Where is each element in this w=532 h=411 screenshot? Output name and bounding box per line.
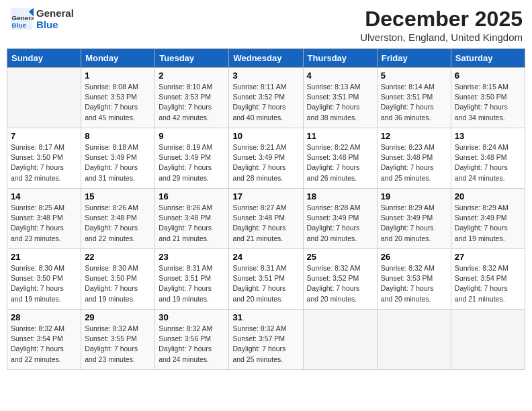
day-header-sunday: Sunday — [7, 49, 81, 68]
calendar-week-1: 7Sunrise: 8:17 AMSunset: 3:50 PMDaylight… — [7, 128, 525, 189]
calendar-cell: 14Sunrise: 8:25 AMSunset: 3:48 PMDayligh… — [7, 189, 81, 249]
svg-text:General: General — [12, 14, 34, 21]
day-info: Sunrise: 8:15 AMSunset: 3:50 PMDaylight:… — [455, 82, 521, 123]
calendar-cell: 20Sunrise: 8:29 AMSunset: 3:49 PMDayligh… — [451, 189, 525, 249]
day-info: Sunrise: 8:32 AMSunset: 3:54 PMDaylight:… — [11, 324, 77, 365]
location: Ulverston, England, United Kingdom — [360, 32, 523, 43]
calendar-cell: 18Sunrise: 8:28 AMSunset: 3:49 PMDayligh… — [303, 189, 377, 249]
day-number: 23 — [159, 252, 225, 262]
day-info: Sunrise: 8:10 AMSunset: 3:53 PMDaylight:… — [159, 82, 225, 123]
day-info: Sunrise: 8:32 AMSunset: 3:55 PMDaylight:… — [85, 324, 151, 365]
calendar-cell — [451, 310, 525, 370]
day-info: Sunrise: 8:17 AMSunset: 3:50 PMDaylight:… — [11, 142, 77, 183]
day-number: 28 — [11, 312, 77, 322]
calendar-week-4: 28Sunrise: 8:32 AMSunset: 3:54 PMDayligh… — [7, 310, 525, 370]
day-info: Sunrise: 8:26 AMSunset: 3:48 PMDaylight:… — [159, 203, 225, 244]
day-info: Sunrise: 8:08 AMSunset: 3:53 PMDaylight:… — [85, 82, 151, 123]
calendar-cell: 31Sunrise: 8:32 AMSunset: 3:57 PMDayligh… — [229, 310, 303, 370]
calendar-cell: 28Sunrise: 8:32 AMSunset: 3:54 PMDayligh… — [7, 310, 81, 370]
day-info: Sunrise: 8:25 AMSunset: 3:48 PMDaylight:… — [11, 203, 77, 244]
day-header-friday: Friday — [377, 49, 451, 68]
day-number: 4 — [307, 71, 373, 81]
day-number: 26 — [381, 252, 447, 262]
day-number: 7 — [11, 131, 77, 141]
logo-general-text: General — [36, 7, 74, 19]
day-number: 17 — [232, 191, 299, 201]
page-header: General Blue General Blue December 2025 … — [7, 7, 525, 43]
calendar-cell: 9Sunrise: 8:19 AMSunset: 3:49 PMDaylight… — [155, 128, 229, 189]
day-number: 3 — [232, 71, 299, 81]
calendar-cell: 21Sunrise: 8:30 AMSunset: 3:50 PMDayligh… — [7, 249, 81, 310]
day-number: 19 — [381, 191, 447, 201]
day-info: Sunrise: 8:30 AMSunset: 3:50 PMDaylight:… — [11, 263, 77, 304]
day-info: Sunrise: 8:32 AMSunset: 3:56 PMDaylight:… — [159, 324, 225, 365]
day-info: Sunrise: 8:32 AMSunset: 3:57 PMDaylight:… — [232, 324, 299, 365]
day-number: 21 — [11, 252, 77, 262]
calendar-cell: 15Sunrise: 8:26 AMSunset: 3:48 PMDayligh… — [81, 189, 155, 249]
calendar-cell: 7Sunrise: 8:17 AMSunset: 3:50 PMDaylight… — [7, 128, 81, 189]
calendar-week-0: 1Sunrise: 8:08 AMSunset: 3:53 PMDaylight… — [7, 68, 525, 128]
day-number: 24 — [232, 252, 299, 262]
calendar-cell — [7, 68, 81, 128]
day-number: 12 — [381, 131, 447, 141]
calendar-cell: 5Sunrise: 8:14 AMSunset: 3:51 PMDaylight… — [377, 68, 451, 128]
day-info: Sunrise: 8:14 AMSunset: 3:51 PMDaylight:… — [381, 82, 447, 123]
calendar-cell: 10Sunrise: 8:21 AMSunset: 3:49 PMDayligh… — [229, 128, 303, 189]
day-header-thursday: Thursday — [303, 49, 377, 68]
calendar-cell: 2Sunrise: 8:10 AMSunset: 3:53 PMDaylight… — [155, 68, 229, 128]
calendar-cell: 25Sunrise: 8:32 AMSunset: 3:52 PMDayligh… — [303, 249, 377, 310]
day-info: Sunrise: 8:31 AMSunset: 3:51 PMDaylight:… — [159, 263, 225, 304]
calendar-cell — [377, 310, 451, 370]
day-header-wednesday: Wednesday — [229, 49, 303, 68]
day-number: 9 — [159, 131, 225, 141]
day-info: Sunrise: 8:26 AMSunset: 3:48 PMDaylight:… — [85, 203, 151, 244]
day-info: Sunrise: 8:24 AMSunset: 3:48 PMDaylight:… — [455, 142, 521, 183]
calendar-cell — [303, 310, 377, 370]
calendar-cell: 11Sunrise: 8:22 AMSunset: 3:48 PMDayligh… — [303, 128, 377, 189]
day-number: 29 — [85, 312, 151, 322]
calendar-cell: 3Sunrise: 8:11 AMSunset: 3:52 PMDaylight… — [229, 68, 303, 128]
day-info: Sunrise: 8:32 AMSunset: 3:53 PMDaylight:… — [381, 263, 447, 304]
day-header-row: SundayMondayTuesdayWednesdayThursdayFrid… — [7, 49, 525, 68]
day-number: 30 — [159, 312, 225, 322]
calendar-cell: 24Sunrise: 8:31 AMSunset: 3:51 PMDayligh… — [229, 249, 303, 310]
calendar-cell: 1Sunrise: 8:08 AMSunset: 3:53 PMDaylight… — [81, 68, 155, 128]
day-number: 15 — [85, 191, 151, 201]
day-number: 25 — [307, 252, 373, 262]
day-number: 13 — [455, 131, 521, 141]
day-header-monday: Monday — [81, 49, 155, 68]
day-number: 2 — [159, 71, 225, 81]
day-number: 6 — [455, 71, 521, 81]
day-number: 22 — [85, 252, 151, 262]
calendar-cell: 4Sunrise: 8:13 AMSunset: 3:51 PMDaylight… — [303, 68, 377, 128]
month-title: December 2025 — [360, 7, 523, 32]
day-number: 5 — [381, 71, 447, 81]
logo-icon: General Blue — [9, 7, 34, 31]
day-info: Sunrise: 8:29 AMSunset: 3:49 PMDaylight:… — [455, 203, 521, 244]
day-info: Sunrise: 8:29 AMSunset: 3:49 PMDaylight:… — [381, 203, 447, 244]
calendar-cell: 6Sunrise: 8:15 AMSunset: 3:50 PMDaylight… — [451, 68, 525, 128]
calendar-cell: 13Sunrise: 8:24 AMSunset: 3:48 PMDayligh… — [451, 128, 525, 189]
day-number: 11 — [307, 131, 373, 141]
logo-blue-text: Blue — [36, 19, 74, 30]
calendar-body: 1Sunrise: 8:08 AMSunset: 3:53 PMDaylight… — [7, 68, 525, 370]
day-info: Sunrise: 8:18 AMSunset: 3:49 PMDaylight:… — [85, 142, 151, 183]
calendar-table: SundayMondayTuesdayWednesdayThursdayFrid… — [7, 48, 525, 370]
day-info: Sunrise: 8:28 AMSunset: 3:49 PMDaylight:… — [307, 203, 373, 244]
day-number: 1 — [85, 71, 151, 81]
calendar-week-3: 21Sunrise: 8:30 AMSunset: 3:50 PMDayligh… — [7, 249, 525, 310]
calendar-cell: 19Sunrise: 8:29 AMSunset: 3:49 PMDayligh… — [377, 189, 451, 249]
day-info: Sunrise: 8:27 AMSunset: 3:48 PMDaylight:… — [232, 203, 299, 244]
day-info: Sunrise: 8:13 AMSunset: 3:51 PMDaylight:… — [307, 82, 373, 123]
calendar-cell: 30Sunrise: 8:32 AMSunset: 3:56 PMDayligh… — [155, 310, 229, 370]
day-info: Sunrise: 8:11 AMSunset: 3:52 PMDaylight:… — [232, 82, 299, 123]
day-info: Sunrise: 8:30 AMSunset: 3:50 PMDaylight:… — [85, 263, 151, 304]
day-info: Sunrise: 8:23 AMSunset: 3:48 PMDaylight:… — [381, 142, 447, 183]
day-number: 20 — [455, 191, 521, 201]
day-number: 14 — [11, 191, 77, 201]
calendar-week-2: 14Sunrise: 8:25 AMSunset: 3:48 PMDayligh… — [7, 189, 525, 249]
day-number: 16 — [159, 191, 225, 201]
day-number: 18 — [307, 191, 373, 201]
day-info: Sunrise: 8:32 AMSunset: 3:52 PMDaylight:… — [307, 263, 373, 304]
day-info: Sunrise: 8:22 AMSunset: 3:48 PMDaylight:… — [307, 142, 373, 183]
